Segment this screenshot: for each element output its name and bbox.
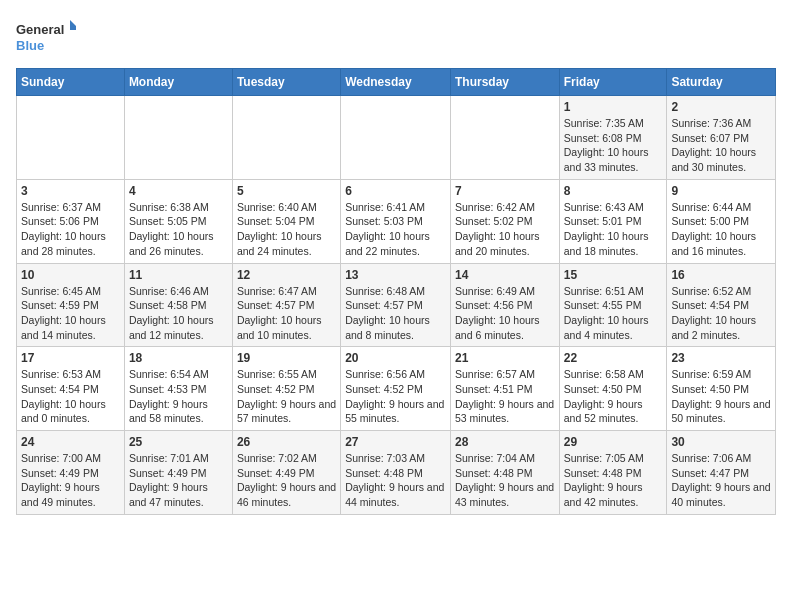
calendar-cell: 4Sunrise: 6:38 AM Sunset: 5:05 PM Daylig… bbox=[124, 179, 232, 263]
calendar-table: SundayMondayTuesdayWednesdayThursdayFrid… bbox=[16, 68, 776, 515]
weekday-header-row: SundayMondayTuesdayWednesdayThursdayFrid… bbox=[17, 69, 776, 96]
day-number: 22 bbox=[564, 351, 663, 365]
day-number: 8 bbox=[564, 184, 663, 198]
day-number: 10 bbox=[21, 268, 120, 282]
calendar-cell: 2Sunrise: 7:36 AM Sunset: 6:07 PM Daylig… bbox=[667, 96, 776, 180]
day-number: 17 bbox=[21, 351, 120, 365]
day-info: Sunrise: 6:55 AM Sunset: 4:52 PM Dayligh… bbox=[237, 367, 336, 426]
calendar-cell: 11Sunrise: 6:46 AM Sunset: 4:58 PM Dayli… bbox=[124, 263, 232, 347]
calendar-week-row: 1Sunrise: 7:35 AM Sunset: 6:08 PM Daylig… bbox=[17, 96, 776, 180]
day-info: Sunrise: 6:43 AM Sunset: 5:01 PM Dayligh… bbox=[564, 200, 663, 259]
svg-marker-2 bbox=[70, 20, 76, 30]
svg-text:Blue: Blue bbox=[16, 38, 44, 53]
calendar-cell bbox=[124, 96, 232, 180]
calendar-cell: 30Sunrise: 7:06 AM Sunset: 4:47 PM Dayli… bbox=[667, 431, 776, 515]
calendar-cell: 26Sunrise: 7:02 AM Sunset: 4:49 PM Dayli… bbox=[232, 431, 340, 515]
calendar-cell: 20Sunrise: 6:56 AM Sunset: 4:52 PM Dayli… bbox=[341, 347, 451, 431]
calendar-cell: 13Sunrise: 6:48 AM Sunset: 4:57 PM Dayli… bbox=[341, 263, 451, 347]
day-info: Sunrise: 6:42 AM Sunset: 5:02 PM Dayligh… bbox=[455, 200, 555, 259]
day-number: 26 bbox=[237, 435, 336, 449]
day-number: 23 bbox=[671, 351, 771, 365]
day-number: 3 bbox=[21, 184, 120, 198]
day-number: 30 bbox=[671, 435, 771, 449]
weekday-header: Saturday bbox=[667, 69, 776, 96]
calendar-cell: 3Sunrise: 6:37 AM Sunset: 5:06 PM Daylig… bbox=[17, 179, 125, 263]
calendar-cell: 19Sunrise: 6:55 AM Sunset: 4:52 PM Dayli… bbox=[232, 347, 340, 431]
day-number: 21 bbox=[455, 351, 555, 365]
calendar-cell bbox=[450, 96, 559, 180]
page-header: General Blue bbox=[16, 16, 776, 56]
day-number: 14 bbox=[455, 268, 555, 282]
calendar-week-row: 3Sunrise: 6:37 AM Sunset: 5:06 PM Daylig… bbox=[17, 179, 776, 263]
day-number: 9 bbox=[671, 184, 771, 198]
day-info: Sunrise: 6:40 AM Sunset: 5:04 PM Dayligh… bbox=[237, 200, 336, 259]
calendar-cell: 27Sunrise: 7:03 AM Sunset: 4:48 PM Dayli… bbox=[341, 431, 451, 515]
day-number: 11 bbox=[129, 268, 228, 282]
day-number: 1 bbox=[564, 100, 663, 114]
day-number: 29 bbox=[564, 435, 663, 449]
day-info: Sunrise: 6:57 AM Sunset: 4:51 PM Dayligh… bbox=[455, 367, 555, 426]
calendar-cell: 15Sunrise: 6:51 AM Sunset: 4:55 PM Dayli… bbox=[559, 263, 667, 347]
calendar-cell: 8Sunrise: 6:43 AM Sunset: 5:01 PM Daylig… bbox=[559, 179, 667, 263]
logo: General Blue bbox=[16, 16, 76, 56]
day-number: 25 bbox=[129, 435, 228, 449]
calendar-cell: 7Sunrise: 6:42 AM Sunset: 5:02 PM Daylig… bbox=[450, 179, 559, 263]
calendar-week-row: 17Sunrise: 6:53 AM Sunset: 4:54 PM Dayli… bbox=[17, 347, 776, 431]
day-info: Sunrise: 6:46 AM Sunset: 4:58 PM Dayligh… bbox=[129, 284, 228, 343]
day-info: Sunrise: 6:52 AM Sunset: 4:54 PM Dayligh… bbox=[671, 284, 771, 343]
calendar-cell: 12Sunrise: 6:47 AM Sunset: 4:57 PM Dayli… bbox=[232, 263, 340, 347]
calendar-cell: 25Sunrise: 7:01 AM Sunset: 4:49 PM Dayli… bbox=[124, 431, 232, 515]
calendar-cell bbox=[232, 96, 340, 180]
day-number: 13 bbox=[345, 268, 446, 282]
calendar-cell: 22Sunrise: 6:58 AM Sunset: 4:50 PM Dayli… bbox=[559, 347, 667, 431]
day-number: 5 bbox=[237, 184, 336, 198]
day-info: Sunrise: 7:03 AM Sunset: 4:48 PM Dayligh… bbox=[345, 451, 446, 510]
day-number: 28 bbox=[455, 435, 555, 449]
day-number: 27 bbox=[345, 435, 446, 449]
day-info: Sunrise: 6:41 AM Sunset: 5:03 PM Dayligh… bbox=[345, 200, 446, 259]
day-info: Sunrise: 7:02 AM Sunset: 4:49 PM Dayligh… bbox=[237, 451, 336, 510]
day-number: 7 bbox=[455, 184, 555, 198]
day-info: Sunrise: 6:59 AM Sunset: 4:50 PM Dayligh… bbox=[671, 367, 771, 426]
day-info: Sunrise: 7:06 AM Sunset: 4:47 PM Dayligh… bbox=[671, 451, 771, 510]
calendar-cell: 16Sunrise: 6:52 AM Sunset: 4:54 PM Dayli… bbox=[667, 263, 776, 347]
day-info: Sunrise: 7:36 AM Sunset: 6:07 PM Dayligh… bbox=[671, 116, 771, 175]
calendar-cell: 14Sunrise: 6:49 AM Sunset: 4:56 PM Dayli… bbox=[450, 263, 559, 347]
weekday-header: Wednesday bbox=[341, 69, 451, 96]
calendar-week-row: 10Sunrise: 6:45 AM Sunset: 4:59 PM Dayli… bbox=[17, 263, 776, 347]
calendar-cell: 17Sunrise: 6:53 AM Sunset: 4:54 PM Dayli… bbox=[17, 347, 125, 431]
calendar-cell: 28Sunrise: 7:04 AM Sunset: 4:48 PM Dayli… bbox=[450, 431, 559, 515]
day-info: Sunrise: 6:44 AM Sunset: 5:00 PM Dayligh… bbox=[671, 200, 771, 259]
weekday-header: Monday bbox=[124, 69, 232, 96]
day-number: 15 bbox=[564, 268, 663, 282]
day-info: Sunrise: 7:35 AM Sunset: 6:08 PM Dayligh… bbox=[564, 116, 663, 175]
weekday-header: Thursday bbox=[450, 69, 559, 96]
day-info: Sunrise: 6:37 AM Sunset: 5:06 PM Dayligh… bbox=[21, 200, 120, 259]
day-number: 19 bbox=[237, 351, 336, 365]
calendar-cell: 21Sunrise: 6:57 AM Sunset: 4:51 PM Dayli… bbox=[450, 347, 559, 431]
calendar-cell: 24Sunrise: 7:00 AM Sunset: 4:49 PM Dayli… bbox=[17, 431, 125, 515]
day-info: Sunrise: 6:45 AM Sunset: 4:59 PM Dayligh… bbox=[21, 284, 120, 343]
calendar-cell: 10Sunrise: 6:45 AM Sunset: 4:59 PM Dayli… bbox=[17, 263, 125, 347]
calendar-cell: 9Sunrise: 6:44 AM Sunset: 5:00 PM Daylig… bbox=[667, 179, 776, 263]
day-info: Sunrise: 6:47 AM Sunset: 4:57 PM Dayligh… bbox=[237, 284, 336, 343]
day-number: 4 bbox=[129, 184, 228, 198]
svg-text:General: General bbox=[16, 22, 64, 37]
day-info: Sunrise: 7:00 AM Sunset: 4:49 PM Dayligh… bbox=[21, 451, 120, 510]
weekday-header: Sunday bbox=[17, 69, 125, 96]
day-number: 2 bbox=[671, 100, 771, 114]
calendar-cell bbox=[341, 96, 451, 180]
weekday-header: Friday bbox=[559, 69, 667, 96]
calendar-cell: 29Sunrise: 7:05 AM Sunset: 4:48 PM Dayli… bbox=[559, 431, 667, 515]
calendar-cell: 18Sunrise: 6:54 AM Sunset: 4:53 PM Dayli… bbox=[124, 347, 232, 431]
day-info: Sunrise: 6:38 AM Sunset: 5:05 PM Dayligh… bbox=[129, 200, 228, 259]
day-number: 20 bbox=[345, 351, 446, 365]
calendar-cell: 23Sunrise: 6:59 AM Sunset: 4:50 PM Dayli… bbox=[667, 347, 776, 431]
day-info: Sunrise: 6:56 AM Sunset: 4:52 PM Dayligh… bbox=[345, 367, 446, 426]
day-number: 24 bbox=[21, 435, 120, 449]
day-info: Sunrise: 6:53 AM Sunset: 4:54 PM Dayligh… bbox=[21, 367, 120, 426]
day-number: 18 bbox=[129, 351, 228, 365]
calendar-cell: 6Sunrise: 6:41 AM Sunset: 5:03 PM Daylig… bbox=[341, 179, 451, 263]
day-info: Sunrise: 7:05 AM Sunset: 4:48 PM Dayligh… bbox=[564, 451, 663, 510]
day-info: Sunrise: 6:54 AM Sunset: 4:53 PM Dayligh… bbox=[129, 367, 228, 426]
